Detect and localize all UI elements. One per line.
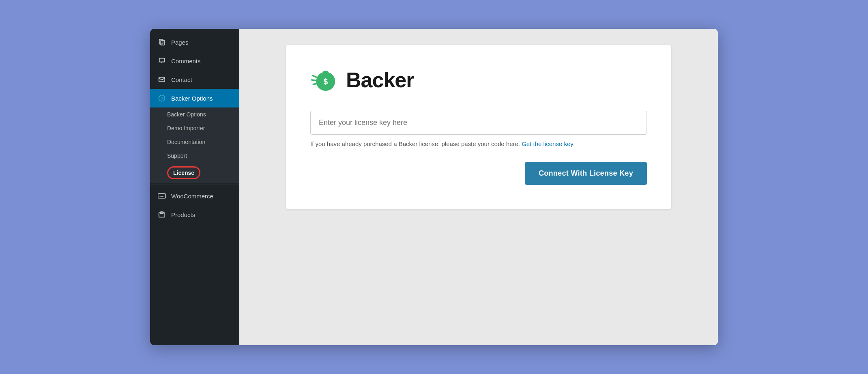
- sidebar-sub-backer-options[interactable]: Backer Options: [150, 107, 239, 121]
- sidebar: Pages Comments Contact: [150, 29, 239, 345]
- woo-icon: woo: [157, 191, 166, 200]
- connect-license-button[interactable]: Connect With License Key: [525, 162, 647, 185]
- svg-text:$: $: [161, 96, 163, 100]
- sidebar-item-label: Backer Options: [171, 95, 213, 102]
- contact-icon: [157, 75, 166, 84]
- sidebar-sub-support[interactable]: Support: [150, 149, 239, 163]
- sidebar-item-label: Pages: [171, 39, 189, 46]
- sidebar-submenu: Backer Options Demo Importer Documentati…: [150, 107, 239, 183]
- svg-rect-1: [161, 41, 164, 45]
- sidebar-item-contact[interactable]: Contact: [150, 70, 239, 89]
- svg-text:woo: woo: [159, 195, 164, 198]
- license-highlight: License: [167, 166, 200, 179]
- sidebar-item-products[interactable]: Products: [150, 205, 239, 224]
- svg-line-12: [312, 80, 317, 81]
- sidebar-item-backer-options[interactable]: $ Backer Options: [150, 89, 239, 107]
- sidebar-item-label: WooCommerce: [171, 193, 213, 200]
- license-help-text: If you have already purchased a Backer l…: [310, 140, 647, 147]
- backer-logo: $ Backer: [310, 65, 647, 95]
- get-license-link[interactable]: Get the license key: [522, 140, 574, 147]
- sidebar-item-pages[interactable]: Pages: [150, 33, 239, 52]
- sidebar-sub-demo-importer[interactable]: Demo Importer: [150, 121, 239, 135]
- license-card: $ Backer If you have already purchased a…: [286, 45, 671, 209]
- sidebar-sub-license[interactable]: License: [150, 163, 239, 183]
- sidebar-item-woocommerce[interactable]: woo WooCommerce: [150, 187, 239, 205]
- backer-title: Backer: [346, 68, 414, 92]
- sidebar-sub-documentation[interactable]: Documentation: [150, 135, 239, 149]
- svg-rect-0: [159, 39, 163, 44]
- sidebar-item-label: Comments: [171, 58, 201, 64]
- backer-options-arrow: [229, 96, 232, 101]
- sidebar-item-comments[interactable]: Comments: [150, 52, 239, 70]
- svg-line-11: [312, 75, 318, 77]
- svg-text:$: $: [323, 77, 328, 86]
- backer-logo-icon: $: [310, 65, 339, 95]
- sidebar-item-label: Contact: [171, 76, 192, 83]
- sidebar-divider: [150, 185, 239, 185]
- svg-line-13: [313, 84, 318, 84]
- pages-icon: [157, 38, 166, 47]
- backer-icon: $: [157, 94, 166, 103]
- svg-rect-15: [324, 71, 327, 73]
- license-key-input[interactable]: [310, 111, 647, 135]
- products-icon: [157, 210, 166, 219]
- main-content: $ Backer If you have already purchased a…: [239, 29, 718, 345]
- sidebar-item-label: Products: [171, 211, 195, 218]
- comments-icon: [157, 56, 166, 65]
- browser-window: Pages Comments Contact: [150, 29, 718, 345]
